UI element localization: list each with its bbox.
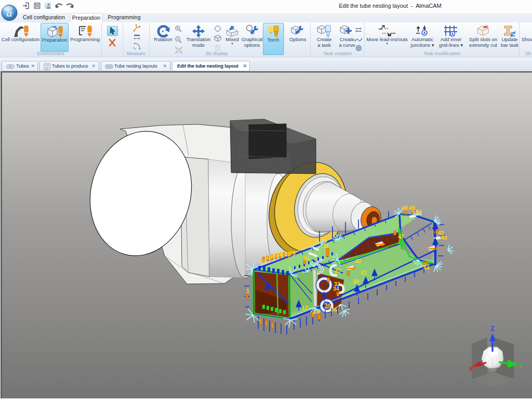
svg-text:Z: Z	[490, 325, 494, 332]
svg-text:1: 1	[246, 288, 249, 294]
svg-text:50: 50	[416, 209, 422, 215]
svg-text:35: 35	[325, 303, 331, 309]
svg-text:17: 17	[302, 305, 308, 311]
svg-text:Y: Y	[519, 362, 523, 369]
svg-text:X: X	[469, 366, 473, 372]
svg-text:40: 40	[355, 258, 361, 264]
svg-text:a: a	[7, 6, 12, 19]
svg-text:48: 48	[402, 205, 408, 211]
svg-text:33: 33	[335, 267, 341, 274]
svg-text:47: 47	[398, 234, 404, 240]
svg-text:39: 39	[353, 278, 359, 284]
svg-text:38: 38	[322, 243, 328, 249]
svg-text:44: 44	[423, 265, 430, 271]
svg-text:30: 30	[303, 255, 309, 262]
svg-text:34: 34	[333, 286, 339, 292]
svg-text:49: 49	[409, 205, 415, 211]
svg-text:18: 18	[314, 308, 320, 315]
svg-text:29: 29	[289, 250, 296, 256]
svg-text:41: 41	[361, 269, 367, 276]
svg-text:36: 36	[331, 306, 337, 313]
svg-text:43: 43	[441, 235, 447, 241]
